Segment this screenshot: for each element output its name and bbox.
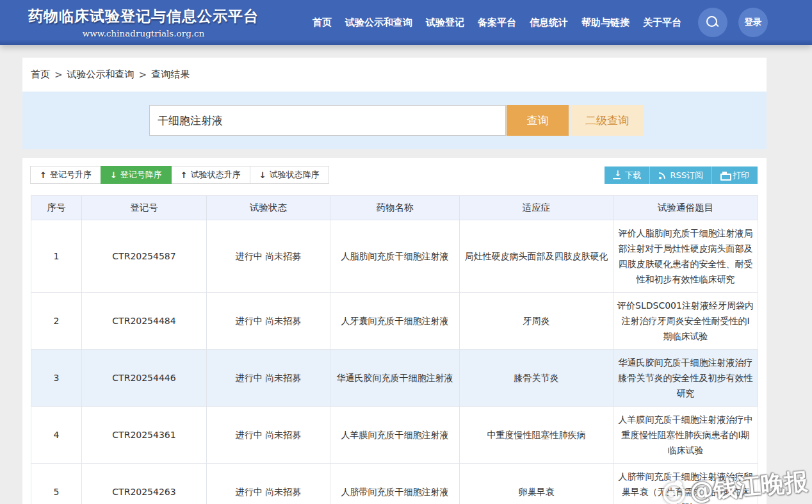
sort-button-label: 试验状态升序	[191, 169, 241, 181]
cell-trial-status: 进行中 尚未招募	[207, 293, 330, 350]
nav-item[interactable]: 首页	[313, 17, 332, 29]
nav-item[interactable]: 帮助与链接	[581, 17, 629, 29]
sort-button[interactable]: ↑ 登记号升序	[30, 166, 101, 184]
table-header-row: 序号 登记号 试验状态 药物名称 适应症 试验通俗题目	[31, 196, 758, 220]
action-button[interactable]: RSS订阅	[650, 167, 712, 184]
cell-index: 1	[31, 220, 82, 293]
breadcrumb-search-section[interactable]: 试验公示和查询	[67, 69, 134, 81]
breadcrumb-current: 查询结果	[151, 69, 190, 81]
cell-drug-name: 人牙囊间充质干细胞注射液	[330, 293, 460, 350]
site-url: www.chinadrugtrials.org.cn	[18, 28, 269, 38]
print-icon	[720, 172, 729, 179]
breadcrumb-separator: >	[139, 69, 147, 81]
cell-registration-no[interactable]: CTR20254446	[82, 350, 207, 407]
breadcrumb-separator: >	[54, 69, 63, 81]
login-button[interactable]: 登录	[738, 8, 768, 37]
nav-item[interactable]: 备案平台	[478, 17, 516, 29]
action-button-group: 下载 RSS订阅 打印	[605, 167, 758, 184]
site-title: 药物临床试验登记与信息公示平台	[18, 6, 269, 26]
header-trial-title: 试验通俗题目	[613, 196, 758, 220]
header-trial-status: 试验状态	[207, 196, 330, 220]
header-search-button[interactable]	[698, 8, 727, 37]
advanced-query-button[interactable]: 二级查询	[571, 105, 644, 136]
cell-index: 5	[31, 464, 82, 504]
nav-item[interactable]: 关于平台	[643, 17, 681, 29]
header-registration-no: 登记号	[82, 196, 207, 220]
cell-registration-no[interactable]: CTR20254361	[82, 407, 207, 464]
header-drug-name: 药物名称	[330, 196, 460, 220]
site-logo[interactable]: 药物临床试验登记与信息公示平台 www.chinadrugtrials.org.…	[18, 6, 269, 38]
sort-button-label: 试验状态降序	[270, 169, 320, 181]
action-button-label: 打印	[733, 170, 749, 181]
cell-index: 4	[31, 407, 82, 464]
arrow-down-icon: ↓	[259, 170, 266, 180]
cell-registration-no[interactable]: CTR20254263	[82, 464, 207, 504]
query-button[interactable]: 查询	[507, 105, 569, 136]
results-card: ↑ 登记号升序 ↓ 登记号降序 ↑ 试验状态升序 ↓	[22, 158, 767, 504]
table-row: 3 CTR20254446 进行中 尚未招募 华通氏胶间充质干细胞注射液 膝骨关…	[31, 350, 758, 407]
action-button-label: 下载	[624, 170, 641, 181]
search-section: 查询 二级查询	[22, 92, 767, 149]
table-row: 1 CTR20254587 进行中 尚未招募 人脂肪间充质干细胞注射液 局灶性硬…	[31, 220, 758, 293]
nav-item[interactable]: 试验登记	[426, 17, 464, 29]
cell-trial-status: 进行中 尚未招募	[207, 407, 330, 464]
cell-registration-no[interactable]: CTR20254587	[82, 220, 207, 293]
cell-registration-no[interactable]: CTR20254484	[82, 293, 207, 350]
cell-indication: 膝骨关节炎	[460, 350, 613, 407]
cell-indication: 局灶性硬皮病头面部及四肢皮肤硬化	[460, 220, 613, 293]
cell-drug-name: 华通氏胶间充质干细胞注射液	[330, 350, 460, 407]
sort-button[interactable]: ↓ 登记号降序	[101, 166, 172, 184]
cell-trial-title: 人羊膜间充质干细胞注射液治疗中重度慢性阻塞性肺疾病患者的I期临床试验	[613, 407, 758, 464]
rss-icon	[658, 172, 666, 179]
sort-button[interactable]: ↑ 试验状态升序	[171, 166, 250, 184]
login-label: 登录	[745, 17, 762, 28]
cell-indication: 牙周炎	[460, 293, 613, 350]
cell-trial-status: 进行中 尚未招募	[207, 464, 330, 504]
breadcrumb: 首页 > 试验公示和查询 > 查询结果	[31, 69, 190, 81]
cell-trial-status: 进行中 尚未招募	[207, 220, 330, 293]
cell-trial-title: 华通氏胶间充质干细胞注射液治疗膝骨关节炎的安全性及初步有效性研究	[613, 350, 758, 407]
page: 药物临床试验登记与信息公示平台 www.chinadrugtrials.org.…	[0, 0, 812, 504]
sort-button-label: 登记号升序	[50, 169, 92, 181]
main-nav: 首页 试验公示和查询 试验登记 备案平台 信息统计 帮助与链接 关于平台	[313, 17, 681, 29]
cell-trial-status: 进行中 尚未招募	[207, 350, 330, 407]
arrow-down-icon: ↓	[110, 170, 117, 180]
cell-indication: 卵巢早衰	[460, 464, 613, 504]
breadcrumb-home[interactable]: 首页	[31, 69, 50, 81]
header-indication: 适应症	[460, 196, 613, 220]
cell-trial-title: 人脐带间充质干细胞注射液治疗卵巢早衰（无生育需求）的Ⅰ期临床试验	[613, 464, 758, 504]
cell-drug-name: 人脂肪间充质干细胞注射液	[330, 220, 460, 293]
action-button[interactable]: 打印	[712, 167, 758, 184]
cell-trial-title: 评价人脂肪间充质干细胞注射液局部注射对于局灶性硬皮病头面部及四肢皮肤硬化患者的安…	[613, 220, 758, 293]
cell-drug-name: 人羊膜间充质干细胞注射液	[330, 407, 460, 464]
header-index: 序号	[31, 196, 82, 220]
results-table: 序号 登记号 试验状态 药物名称 适应症 试验通俗题目 1 CTR2025458…	[31, 195, 758, 504]
breadcrumb-card: 首页 > 试验公示和查询 > 查询结果	[22, 58, 767, 92]
table-row: 5 CTR20254263 进行中 尚未招募 人脐带间充质干细胞注射液 卵巢早衰…	[31, 464, 758, 504]
cell-indication: 中重度慢性阻塞性肺疾病	[460, 407, 613, 464]
cell-index: 3	[31, 350, 82, 407]
cell-drug-name: 人脐带间充质干细胞注射液	[330, 464, 460, 504]
search-icon	[706, 15, 720, 29]
results-toolbar: ↑ 登记号升序 ↓ 登记号降序 ↑ 试验状态升序 ↓	[22, 158, 767, 185]
search-input[interactable]	[149, 105, 506, 136]
nav-item[interactable]: 试验公示和查询	[345, 17, 412, 29]
nav-item[interactable]: 信息统计	[530, 17, 568, 29]
site-header: 药物临床试验登记与信息公示平台 www.chinadrugtrials.org.…	[0, 0, 812, 45]
table-row: 4 CTR20254361 进行中 尚未招募 人羊膜间充质干细胞注射液 中重度慢…	[31, 407, 758, 464]
table-row: 2 CTR20254484 进行中 尚未招募 人牙囊间充质干细胞注射液 牙周炎 …	[31, 293, 758, 350]
action-button-label: RSS订阅	[670, 170, 703, 181]
cell-index: 2	[31, 293, 82, 350]
download-icon	[613, 172, 621, 179]
arrow-up-icon: ↑	[181, 170, 188, 180]
sort-button-label: 登记号降序	[120, 169, 162, 181]
sort-button[interactable]: ↓ 试验状态降序	[250, 166, 329, 184]
cell-trial-title: 评价SLDSC001注射液经牙周袋内注射治疗牙周炎安全性耐受性的I期临床试验	[613, 293, 758, 350]
action-button[interactable]: 下载	[605, 167, 650, 184]
arrow-up-icon: ↑	[40, 170, 47, 180]
